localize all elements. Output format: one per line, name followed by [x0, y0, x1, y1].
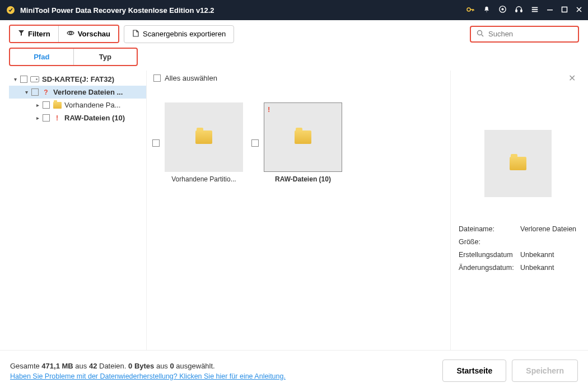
tree-lost-files[interactable]: ▾ ? Verlorene Dateien ... [9, 86, 146, 99]
tree-root[interactable]: ▾ SD-KARTE(J: FAT32) [9, 73, 146, 86]
app-title: MiniTool Power Data Recovery Kostenlose … [20, 6, 466, 15]
select-all-row: Alles auswählen [152, 71, 450, 86]
svg-rect-6 [532, 7, 538, 8]
app-logo-icon [6, 5, 16, 15]
select-all-checkbox[interactable] [153, 74, 161, 82]
svg-point-12 [478, 30, 482, 35]
tree-lost-label: Verlorene Dateien ... [53, 88, 123, 96]
tree-existing-label: Vorhandene Pa... [64, 101, 120, 109]
detail-key: Größe: [459, 238, 520, 246]
svg-rect-7 [532, 9, 538, 10]
folder-icon [53, 101, 62, 109]
main-area: ▾ SD-KARTE(J: FAT32) ▾ ? Verlorene Datei… [0, 66, 588, 350]
export-button[interactable]: Scanergebnis exportieren [124, 25, 234, 43]
selected-size: 0 Bytes [128, 362, 154, 370]
search-icon [477, 30, 484, 39]
tree-raw-label: RAW-Dateien (10) [64, 114, 125, 122]
key-icon[interactable] [466, 5, 475, 16]
maximize-icon[interactable] [561, 6, 568, 15]
thumb-checkbox[interactable] [152, 139, 160, 147]
toolbar: Filtern Vorschau Scanergebnis exportiere… [0, 20, 588, 48]
folder-icon [510, 157, 526, 170]
svg-rect-5 [521, 10, 522, 12]
detail-value: Unbekannt [520, 264, 577, 272]
total-files: 42 [89, 362, 97, 370]
filter-preview-group: Filtern Vorschau [9, 25, 119, 43]
filter-button[interactable]: Filtern [10, 26, 59, 42]
detail-value: Verlorene Dateien [520, 225, 577, 233]
selected-files: 0 [170, 362, 174, 370]
tree-checkbox[interactable] [43, 114, 50, 122]
detail-rows: Dateiname: Verlorene Dateien Größe: Erst… [459, 225, 577, 272]
minimize-icon[interactable] [547, 6, 553, 15]
search-input[interactable] [488, 30, 572, 38]
chevron-right-icon[interactable]: ▸ [34, 102, 41, 108]
close-icon[interactable]: ✕ [568, 73, 576, 83]
thumb-label: RAW-Dateien (10) [275, 175, 331, 183]
thumb-label: Vorhandene Partitio... [171, 175, 236, 183]
select-all-label: Alles auswählen [165, 74, 217, 82]
titlebar-actions [466, 5, 582, 16]
detail-key: Änderungsdatum: [459, 264, 520, 272]
detail-key: Erstellungsdatum [459, 251, 520, 259]
home-button[interactable]: Startseite [442, 360, 506, 382]
tree-checkbox[interactable] [20, 76, 27, 83]
menu-icon[interactable] [531, 6, 539, 15]
tree-root-label: SD-KARTE(J: FAT32) [42, 75, 114, 83]
chevron-right-icon[interactable]: ▸ [34, 115, 41, 121]
detail-panel: ✕ Dateiname: Verlorene Dateien Größe: Er… [450, 71, 579, 350]
detail-value: Unbekannt [520, 251, 577, 259]
svg-point-11 [69, 32, 72, 34]
detail-row-filename: Dateiname: Verlorene Dateien [459, 225, 577, 233]
svg-point-1 [467, 8, 470, 11]
svg-rect-9 [547, 10, 553, 11]
detail-key: Dateiname: [459, 225, 520, 233]
filter-label: Filtern [28, 30, 50, 38]
folder-icon [195, 130, 212, 144]
thumbnail-grid: Vorhandene Partitio... ! RAW-Dateien (10… [152, 86, 450, 183]
export-icon [132, 30, 139, 39]
thumb-item: Vorhandene Partitio... [152, 102, 246, 183]
svg-rect-8 [532, 11, 538, 12]
detail-row-size: Größe: [459, 238, 577, 246]
preview-button[interactable]: Vorschau [59, 26, 118, 42]
save-button[interactable]: Speichern [512, 360, 578, 382]
detail-row-modified: Änderungsdatum: Unbekannt [459, 264, 577, 272]
tree-sidebar: ▾ SD-KARTE(J: FAT32) ▾ ? Verlorene Datei… [9, 71, 146, 350]
help-link[interactable]: Haben Sie Probleme mit der Datenwiederhe… [10, 372, 286, 380]
drive-icon [30, 76, 39, 83]
titlebar: MiniTool Power Data Recovery Kostenlose … [0, 0, 588, 20]
preview-label: Vorschau [78, 30, 110, 38]
alert-badge-icon: ! [268, 105, 270, 114]
bell-icon[interactable] [483, 6, 491, 15]
tree-raw-files[interactable]: ▸ ! RAW-Dateien (10) [9, 111, 146, 124]
filter-icon [18, 30, 25, 38]
export-label: Scanergebnis exportieren [143, 30, 226, 38]
tree-existing-partition[interactable]: ▸ Vorhandene Pa... [9, 99, 146, 111]
chevron-down-icon[interactable]: ▾ [22, 89, 30, 95]
svg-rect-4 [516, 10, 517, 12]
tree-checkbox[interactable] [43, 101, 50, 109]
tab-type[interactable]: Typ [74, 49, 137, 65]
svg-rect-10 [562, 7, 567, 12]
detail-thumbnail [484, 130, 552, 197]
footer-status: Gesamte 471,1 MB aus 42 Dateien. 0 Bytes… [10, 362, 442, 370]
question-folder-icon: ? [41, 88, 50, 96]
tab-path[interactable]: Pfad [10, 49, 74, 65]
svg-point-3 [502, 8, 503, 10]
headphones-icon[interactable] [515, 5, 523, 15]
thumb-item: ! RAW-Dateien (10) [251, 102, 345, 183]
thumb-checkbox[interactable] [251, 139, 259, 147]
search-box[interactable] [470, 26, 579, 43]
close-icon[interactable] [576, 6, 582, 15]
total-size: 471,1 MB [41, 362, 73, 370]
detail-row-created: Erstellungsdatum Unbekannt [459, 251, 577, 259]
content-area: Alles auswählen Vorhandene Partitio... !… [146, 71, 450, 350]
tree-checkbox[interactable] [31, 88, 39, 96]
thumb-existing-partition[interactable]: Vorhandene Partitio... [162, 102, 246, 183]
alert-folder-icon: ! [53, 114, 62, 122]
eye-icon [67, 30, 74, 38]
thumb-raw-files[interactable]: ! RAW-Dateien (10) [261, 102, 345, 183]
disc-icon[interactable] [498, 5, 507, 15]
chevron-down-icon[interactable]: ▾ [11, 76, 19, 82]
